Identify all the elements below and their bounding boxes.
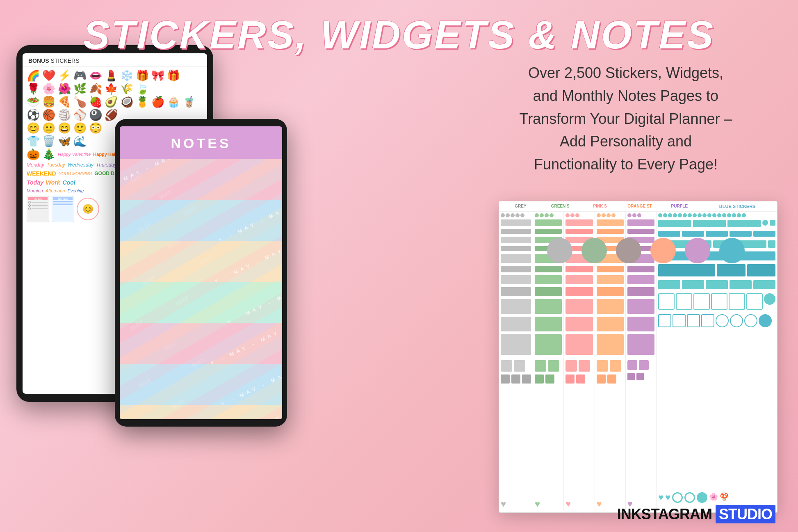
dot-purple	[685, 238, 710, 263]
color-swatch-row	[547, 238, 745, 263]
dot-orange	[650, 238, 676, 263]
sticker-row-2: 🌹 🌸 🌺 🌿 🍂 🍁 🌾 🍃	[27, 83, 203, 94]
tablet-middle-screen: NOTES MAY MAY MAY MAY MAY	[120, 126, 282, 419]
sticker-row-1: 🌈 ❤️ ⚡ 🎮 👄 💄 ❄️ 🎁 🎀 🎁	[27, 70, 203, 81]
brand-logo: INKSTAGRAM STUDIO	[617, 506, 775, 523]
sticker-row-3: 🥗 🍔 🍕 🍗 🍓 🥑 🥥 🍍 🍎 🧁 🧋	[27, 96, 203, 107]
description-text: Over 2,500 Stickers, Widgets, and Monthl…	[507, 62, 745, 176]
brand-studio: STUDIO	[716, 505, 775, 523]
col-orange: ORANGE ST	[622, 204, 658, 209]
tablet-middle: NOTES MAY MAY MAY MAY MAY	[115, 119, 287, 427]
brand-inkstagram: INKSTAGRAM	[617, 506, 712, 523]
circle-widget: 😊	[77, 198, 99, 220]
notes-header: NOTES	[120, 126, 282, 159]
dot-grey	[547, 238, 572, 263]
col-blue: BLUE STICKERS	[701, 204, 774, 209]
sheet-grey: ♥	[499, 212, 533, 511]
page-title: STICKERS, WIDGETS & NOTES	[0, 0, 798, 57]
notes-stripes: MAY MAY MAY MAY MAY MAY MAY MAY MAY MAY …	[120, 159, 282, 419]
col-purple: PURPLE	[661, 204, 698, 209]
dot-teal	[719, 238, 745, 263]
col-grey: GREY	[502, 204, 539, 209]
col-pink: PINK S	[582, 204, 618, 209]
dot-green	[581, 238, 607, 263]
dot-mauve	[616, 238, 641, 263]
sheet-header: GREY GREEN S PINK S ORANGE ST PURPLE BLU…	[499, 201, 777, 212]
todo-widget: TO DO	[27, 196, 49, 222]
col-green: GREEN S	[542, 204, 579, 209]
notes-widget: NOTES	[52, 196, 74, 222]
